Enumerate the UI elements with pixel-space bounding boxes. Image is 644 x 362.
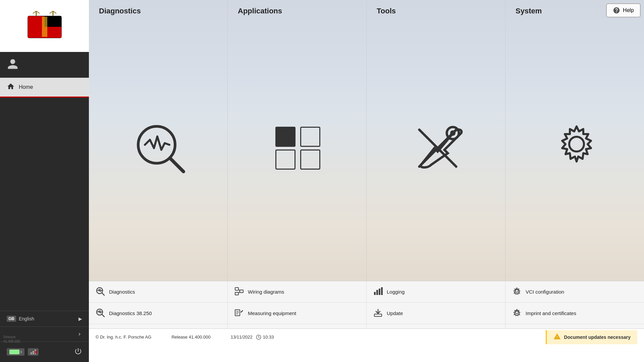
system-icon-area — [516, 19, 637, 278]
diagnostics-panel-title: Diagnostics — [99, 7, 221, 15]
main-content: Help Diagnostics Applications — [89, 0, 644, 362]
footer-date: 13/11/2022 — [231, 335, 253, 340]
alert-text: Document updates necessary — [564, 335, 631, 340]
porsche-logo: PORSCHE — [24, 9, 65, 43]
logging-icon — [373, 287, 383, 297]
release-info: Release 41.400.000 — [3, 335, 20, 344]
power-button[interactable] — [74, 347, 82, 357]
footer-time-value: 10:33 — [263, 335, 274, 340]
svg-line-22 — [102, 314, 104, 317]
tools-panel[interactable]: Tools — [367, 0, 505, 281]
language-selector[interactable]: GB English ▶ — [0, 311, 89, 326]
x-icon: ✕ — [34, 350, 38, 355]
imprint-certificates-item[interactable]: Imprint and certificates — [505, 303, 644, 324]
diagnostics-item[interactable]: Diagnostics — [89, 281, 227, 303]
diagnostics-panel[interactable]: Diagnostics — [89, 0, 228, 281]
home-label: Home — [19, 84, 33, 90]
vci-config-icon — [512, 287, 522, 297]
top-panels: Diagnostics Applications — [89, 0, 644, 281]
battery-indicator — [7, 348, 24, 356]
system-panel[interactable]: System — [505, 0, 644, 281]
diagnostics-38-item[interactable]: Diagnostics 38.250 — [89, 303, 227, 324]
svg-point-18 — [569, 137, 584, 152]
svg-rect-29 — [240, 290, 243, 293]
update-item[interactable]: Update — [367, 303, 505, 324]
applications-icon-area — [238, 19, 360, 278]
wiring-diagrams-item[interactable]: Wiring diagrams — [228, 281, 366, 303]
user-area[interactable] — [0, 52, 89, 78]
language-chevron-icon: ▶ — [78, 316, 82, 321]
diagnostics-large-icon — [133, 121, 187, 175]
language-code: GB — [7, 316, 16, 322]
wiring-diagrams-icon — [234, 287, 244, 297]
wiring-diagrams-label: Wiring diagrams — [248, 289, 284, 295]
language-name: English — [19, 316, 34, 321]
diagnostics-38-label: Diagnostics 38.250 — [109, 310, 152, 316]
update-label: Update — [387, 310, 403, 316]
vci-config-label: VCI configuration — [526, 289, 564, 295]
applications-panel-title: Applications — [238, 7, 360, 15]
svg-rect-42 — [381, 287, 383, 295]
imprint-icon — [512, 308, 522, 318]
svg-line-20 — [102, 293, 104, 295]
home-nav-item[interactable]: Home — [0, 78, 89, 98]
footer-alert: Document updates necessary — [546, 330, 637, 344]
footer: © Dr. Ing. h.c. F. Porsche AG Release 41… — [89, 328, 644, 345]
svg-point-49 — [516, 290, 518, 292]
measuring-equipment-item[interactable]: Measuring equipment — [228, 303, 366, 324]
svg-rect-40 — [376, 290, 378, 295]
svg-rect-10 — [42, 17, 47, 37]
footer-release: Release 41.400.000 — [171, 335, 210, 340]
sidebar-bottom: ✕ Release 41.400.000 — [0, 342, 89, 362]
svg-rect-39 — [374, 292, 376, 295]
svg-rect-43 — [374, 314, 382, 316]
tools-panel-title: Tools — [377, 7, 498, 15]
footer-copyright: © Dr. Ing. h.c. F. Porsche AG — [96, 335, 151, 340]
logging-item[interactable]: Logging — [367, 281, 505, 303]
measuring-equipment-label: Measuring equipment — [248, 310, 296, 316]
system-large-icon — [551, 123, 602, 173]
svg-text:PORSCHE: PORSCHE — [35, 38, 53, 42]
vci-configuration-item[interactable]: VCI configuration — [505, 281, 644, 303]
svg-point-17 — [450, 130, 455, 136]
help-icon — [613, 7, 620, 14]
grid-container: Diagnostics Applications — [89, 0, 644, 345]
alert-icon — [553, 333, 561, 342]
logging-label: Logging — [387, 289, 405, 295]
sidebar: PORSCHE Home GB English ▶ — [0, 0, 89, 362]
home-icon — [7, 82, 15, 92]
device-indicator: ✕ — [28, 348, 39, 356]
diagnostics-menu-label: Diagnostics — [109, 289, 135, 295]
svg-line-13 — [170, 158, 183, 172]
tools-icon-area — [377, 19, 498, 278]
clock-icon — [256, 335, 261, 340]
diagnostics-menu-icon — [96, 287, 105, 297]
svg-rect-27 — [235, 288, 238, 290]
footer-time: 10:33 — [256, 335, 274, 340]
svg-point-50 — [516, 311, 518, 314]
update-icon — [373, 308, 383, 318]
applications-panel[interactable]: Applications — [228, 0, 367, 281]
applications-large-icon — [275, 127, 322, 170]
chevron-right-icon — [77, 331, 82, 337]
logo-area: PORSCHE — [0, 0, 89, 52]
user-icon — [7, 58, 19, 71]
imprint-certificates-label: Imprint and certificates — [526, 310, 576, 316]
measuring-equipment-icon — [234, 308, 244, 318]
help-label: Help — [623, 7, 634, 13]
svg-rect-41 — [379, 289, 380, 295]
svg-rect-28 — [235, 292, 238, 295]
help-button[interactable]: Help — [606, 3, 641, 17]
diagnostics-38-icon — [96, 308, 105, 318]
diagnostics-icon-area — [99, 19, 221, 278]
tools-large-icon — [411, 121, 465, 175]
